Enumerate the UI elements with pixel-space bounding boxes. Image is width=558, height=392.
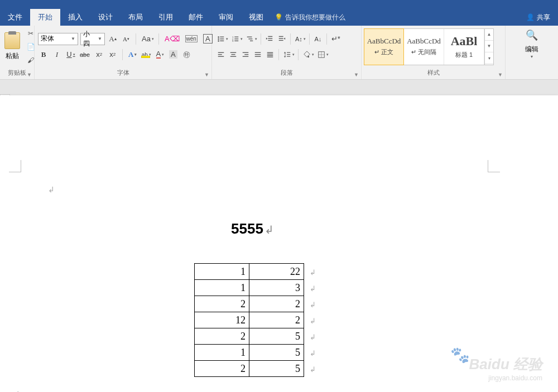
- paragraph-mark: ↲: [13, 390, 20, 392]
- line-spacing-button[interactable]: ▾: [282, 49, 295, 61]
- tab-design[interactable]: 设计: [90, 9, 121, 26]
- page[interactable]: ↲ 5555↲ 122↲13↲22↲122↲25↲15↲25↲ ↲: [0, 95, 558, 392]
- justify-button[interactable]: [252, 49, 263, 61]
- font-launcher[interactable]: ▼: [204, 72, 209, 78]
- style-scroll-up[interactable]: ▲: [485, 29, 493, 41]
- paste-button[interactable]: 粘贴: [1, 30, 23, 63]
- table-row[interactable]: 13↲: [195, 280, 316, 296]
- styles-launcher[interactable]: ▼: [498, 72, 503, 78]
- distribute-button[interactable]: [264, 49, 276, 61]
- style-heading1[interactable]: AaBl 标题 1: [444, 29, 484, 65]
- svg-rect-30: [255, 52, 261, 52]
- tab-references[interactable]: 引用: [151, 9, 181, 26]
- indent-right-button[interactable]: [276, 33, 287, 45]
- style-expand[interactable]: ▾: [485, 52, 493, 64]
- title-text[interactable]: 5555↲: [231, 220, 316, 238]
- table-cell[interactable]: 22: [249, 264, 304, 280]
- table-row[interactable]: 25↲: [195, 328, 316, 345]
- sort-button[interactable]: A↓: [312, 33, 324, 45]
- enclose-char-button[interactable]: ㊕: [181, 49, 193, 61]
- table-row[interactable]: 122↲: [195, 312, 316, 328]
- bulb-icon: 💡: [275, 13, 283, 21]
- align-left-button[interactable]: [215, 49, 227, 61]
- table-cell[interactable]: 2: [195, 361, 249, 377]
- highlight-button[interactable]: ab▾: [140, 49, 152, 61]
- tab-mailings[interactable]: 邮件: [181, 9, 211, 26]
- clipboard-launcher[interactable]: ▼: [27, 72, 32, 78]
- find-button[interactable]: 🔍 编辑 ▾: [506, 26, 558, 62]
- bold-button[interactable]: B: [38, 49, 49, 61]
- table-cell[interactable]: 2: [249, 296, 304, 312]
- char-shading-button[interactable]: A: [167, 49, 179, 61]
- group-clipboard: 粘贴 ✂ 📄 🖌 剪贴板▼: [0, 26, 35, 79]
- subscript-button[interactable]: x2: [94, 49, 105, 61]
- svg-rect-35: [267, 55, 273, 55]
- borders-button[interactable]: ▾: [316, 49, 329, 61]
- tell-me[interactable]: 💡 告诉我你想要做什么: [275, 13, 345, 22]
- style-scroll-down[interactable]: ▼: [485, 41, 493, 52]
- svg-rect-5: [220, 40, 224, 41]
- document-area: ↲ 5555↲ 122↲13↲22↲122↲25↲15↲25↲ ↲ 🐾 Baid…: [0, 80, 558, 392]
- table-row[interactable]: 25↲: [195, 361, 316, 377]
- data-table[interactable]: 122↲13↲22↲122↲25↲15↲25↲: [194, 263, 316, 377]
- table-cell[interactable]: 5: [249, 328, 304, 345]
- shading-button[interactable]: ▾: [301, 49, 315, 61]
- table-cell[interactable]: 2: [249, 312, 304, 328]
- underline-button[interactable]: U▾: [65, 49, 76, 61]
- clipboard-icon: [4, 32, 20, 49]
- tab-file[interactable]: 文件: [0, 9, 30, 26]
- grow-font-button[interactable]: A▴: [107, 33, 118, 45]
- paragraph-mark: ↲: [306, 268, 316, 277]
- title-bar: [0, 0, 558, 9]
- table-row[interactable]: 22↲: [195, 296, 316, 312]
- table-cell[interactable]: 2: [195, 296, 249, 312]
- tab-review[interactable]: 审阅: [211, 9, 241, 26]
- group-font: 宋体▼ 小四▼ A▴ A▾ Aa▾ A⌫ wén A B I U▾ abc x2: [35, 26, 212, 79]
- table-cell[interactable]: 1: [195, 264, 249, 280]
- text-effects-button[interactable]: A▾: [127, 49, 138, 61]
- tab-insert[interactable]: 插入: [60, 9, 90, 26]
- table-cell[interactable]: 3: [249, 280, 304, 296]
- table-cell[interactable]: 12: [195, 312, 249, 328]
- svg-rect-33: [267, 52, 273, 52]
- strike-button[interactable]: abc: [78, 49, 92, 61]
- paste-label: 粘贴: [6, 51, 19, 61]
- table-row[interactable]: 122↲: [195, 264, 316, 280]
- tab-view[interactable]: 视图: [241, 9, 271, 26]
- table-row[interactable]: 15↲: [195, 345, 316, 361]
- multilevel-button[interactable]: ▾: [244, 33, 258, 45]
- tab-home[interactable]: 开始: [30, 9, 60, 26]
- table-cell[interactable]: 5: [249, 345, 304, 361]
- watermark-logo: Baidu 经验: [469, 355, 542, 374]
- svg-rect-9: [234, 38, 238, 39]
- table-cell[interactable]: 1: [195, 280, 249, 296]
- table-cell[interactable]: 5: [249, 361, 304, 377]
- paragraph-launcher[interactable]: ▼: [354, 72, 359, 78]
- share-button[interactable]: 👤 共享: [518, 13, 558, 22]
- show-marks-button[interactable]: ↵*: [330, 33, 342, 45]
- text-direction-button[interactable]: A↕▾: [294, 33, 306, 45]
- group-styles: AaBbCcDd ↵ 正文 AaBbCcDd ↵ 无间隔 AaBl 标题 1 ▲…: [362, 26, 506, 79]
- change-case-button[interactable]: Aa▾: [140, 33, 155, 45]
- bullets-button[interactable]: ▾: [215, 33, 229, 45]
- table-cell[interactable]: 1: [195, 345, 249, 361]
- watermark-sub: jingyan.baidu.com: [469, 374, 542, 382]
- font-name-combo[interactable]: 宋体▼: [38, 33, 78, 45]
- phonetic-button[interactable]: wén: [184, 33, 199, 45]
- font-color-button[interactable]: A▾: [154, 49, 165, 61]
- table-cell[interactable]: 2: [195, 328, 249, 345]
- style-normal[interactable]: AaBbCcDd ↵ 正文: [364, 28, 404, 65]
- italic-button[interactable]: I: [51, 49, 62, 61]
- svg-rect-13: [248, 38, 252, 39]
- indent-left-button[interactable]: [264, 33, 275, 45]
- clear-format-button[interactable]: A⌫: [163, 33, 181, 45]
- tab-layout[interactable]: 布局: [121, 9, 151, 26]
- font-size-combo[interactable]: 小四▼: [80, 33, 105, 45]
- superscript-button[interactable]: x2: [107, 49, 118, 61]
- shrink-font-button[interactable]: A▾: [121, 33, 132, 45]
- align-right-button[interactable]: [240, 49, 251, 61]
- style-nospacing[interactable]: AaBbCcDd ↵ 无间隔: [404, 29, 444, 65]
- numbering-button[interactable]: 123▾: [230, 33, 243, 45]
- align-center-button[interactable]: [228, 49, 239, 61]
- svg-rect-40: [287, 56, 290, 56]
